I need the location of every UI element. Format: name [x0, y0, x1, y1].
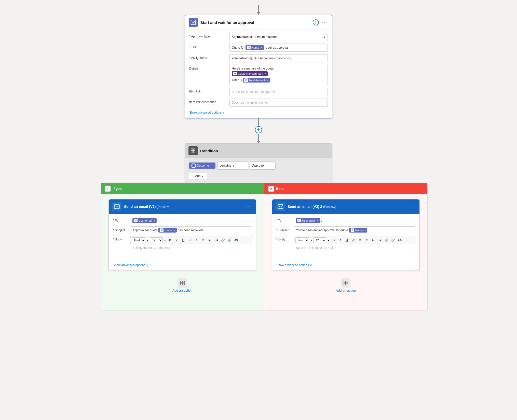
email-no-header: Send an email (V2) 2 (Preview) ···: [272, 199, 419, 214]
email-yes-body: * To ⊞ User email × ;: [109, 214, 256, 270]
middle-connector: +: [255, 118, 262, 143]
add-step-button[interactable]: +: [255, 126, 262, 133]
indent-left-button-no[interactable]: ⇤: [371, 237, 376, 243]
email-yes-subject-label: * Subject: [113, 228, 128, 232]
assigned-row: * Assigned to administrator@BASDemo.onmi…: [189, 54, 328, 62]
email-no-toolbar: Font ▼ 12 ▼ B I U: [294, 236, 415, 244]
email-yes-body-placeholder: Specify the body of the mail: [132, 246, 170, 250]
email-no-size-select[interactable]: 12: [314, 237, 326, 243]
approval-show-advanced[interactable]: Show advanced options ∨: [189, 111, 225, 114]
branch-yes-header: ✓ If yes: [101, 183, 264, 194]
email-yes-to-input[interactable]: ⊞ User email × ;: [130, 217, 252, 224]
svg-rect-11: [278, 205, 283, 209]
condition-card: Condition ··· Outcome × contains ∨ Appro…: [185, 143, 332, 183]
svg-rect-3: [191, 151, 193, 153]
approval-title: Start and wait for an approval: [200, 20, 310, 25]
condition-icon: [188, 146, 198, 155]
italic-button-yes[interactable]: I: [174, 237, 180, 243]
indent-left-button-yes[interactable]: ⇤: [207, 237, 213, 243]
add-action-yes-button[interactable]: Add an action: [172, 278, 193, 292]
underline-button-yes[interactable]: U: [181, 237, 186, 243]
indent-right-button-no[interactable]: ⇥: [377, 237, 383, 243]
svg-rect-6: [114, 205, 119, 209]
email-yes-show-advanced[interactable]: Show advanced options ∨: [113, 263, 148, 267]
unlink-button-yes[interactable]: 🔗: [227, 237, 233, 243]
email-yes-body-editor: Font ▼ 12 ▼ B I U: [130, 236, 252, 259]
condition-expression-row: Outcome × contains ∨ Approve: [189, 161, 328, 170]
email-no-to-input[interactable]: ⊞ User email × ;: [294, 217, 415, 224]
email-no-body-input[interactable]: Specify the body of the mail: [294, 244, 415, 259]
highlight-button-no[interactable]: 🖊: [351, 237, 356, 243]
code-button-no[interactable]: </>: [397, 237, 403, 243]
condition-add-button[interactable]: + Add ∨: [189, 173, 207, 179]
highlight-button-yes[interactable]: 🖊: [187, 237, 193, 243]
outcome-chip-close[interactable]: ×: [211, 164, 213, 167]
email-no-subject-input[interactable]: You've been denied approval for quote ⊞ …: [294, 226, 415, 234]
email-no-to-chip-close[interactable]: ×: [317, 219, 319, 222]
svg-rect-15: [346, 283, 348, 285]
email-yes-toolbar: Font ▼ 12 ▼ B I U: [130, 236, 252, 244]
assigned-input[interactable]: administrator@BASDemo.onmicrosoft.com;: [229, 54, 328, 62]
ul-button-no[interactable]: ≡: [357, 237, 363, 243]
ol-button-yes[interactable]: ≡: [200, 237, 206, 243]
unlink-button-no[interactable]: 🔗: [390, 237, 396, 243]
email-no-to-label: * To: [276, 219, 292, 222]
italic-button-no[interactable]: I: [337, 237, 343, 243]
add-action-no-button[interactable]: Add an action: [336, 278, 356, 292]
add-icon: +: [192, 174, 194, 178]
email-yes-subject-input[interactable]: Approval for quote ⊞ Name × has been rec…: [130, 226, 252, 234]
email-yes-to-chip-label: User email: [139, 219, 152, 222]
branch-yes-content: Send an email (V2) (Preview) ··· * To ⊞: [101, 194, 264, 297]
link-button-yes[interactable]: 🔗: [220, 237, 226, 243]
item-link-input[interactable]: Add a link to the item to approve: [229, 88, 328, 96]
item-link-desc-label: Item link description: [189, 99, 227, 104]
email-no-more-button[interactable]: ···: [409, 204, 416, 209]
bold-button-no[interactable]: B: [331, 237, 336, 243]
condition-value-input[interactable]: Approve: [250, 161, 276, 170]
bold-button-yes[interactable]: B: [167, 237, 173, 243]
code-button-yes[interactable]: </>: [234, 237, 239, 243]
indent-right-button-yes[interactable]: ⇥: [214, 237, 219, 243]
item-link-desc-input[interactable]: Describe the link to the item: [229, 99, 328, 107]
title-chip-close[interactable]: ×: [261, 46, 262, 49]
approval-type-select[interactable]: Approve/Reject - First to respond ∨: [229, 33, 328, 41]
email-yes-to-chip: ⊞ User email ×: [132, 218, 157, 223]
approval-more-button[interactable]: ···: [321, 20, 328, 25]
email-no-name-chip-close[interactable]: ×: [364, 229, 366, 232]
email-yes-name-chip-close[interactable]: ×: [173, 229, 175, 232]
branch-yes-label: If yes: [113, 187, 122, 191]
email-yes-size-select[interactable]: 12: [150, 237, 163, 243]
details-chip1-close[interactable]: ×: [264, 72, 266, 75]
ol-button-no[interactable]: ≡: [364, 237, 370, 243]
details-input[interactable]: Here's a summary of the quote: fx Quote …: [229, 65, 328, 85]
email-yes-more-button[interactable]: ···: [245, 204, 252, 209]
email-no-show-advanced[interactable]: Show advanced options ∨: [276, 263, 312, 267]
condition-more-button[interactable]: ···: [321, 148, 329, 154]
condition-operator-select[interactable]: contains ∨: [217, 161, 248, 170]
details-chip2-icon: ⊞: [244, 78, 248, 82]
email-yes-body-label: * Body: [113, 236, 128, 241]
details-chip2-close[interactable]: ×: [266, 79, 268, 82]
ul-button-yes[interactable]: ≡: [194, 237, 199, 243]
title-label: * Title: [189, 44, 227, 49]
approval-info-button[interactable]: i: [313, 19, 319, 25]
svg-rect-8: [183, 281, 184, 283]
link-button-no[interactable]: 🔗: [384, 237, 389, 243]
title-suffix: requires approval: [265, 46, 289, 49]
email-yes-font-select[interactable]: Font: [132, 237, 145, 243]
condition-value-text: Approve: [252, 164, 264, 167]
email-yes-body-input[interactable]: Specify the body of the mail: [130, 244, 252, 259]
email-yes-to-chip-close[interactable]: ×: [154, 219, 155, 222]
email-yes-name-chip: ⊞ Name ×: [158, 228, 177, 233]
email-no-subject-prefix: You've been denied approval for quote: [296, 228, 348, 232]
email-yes-subject-suffix: has been recieved!: [178, 228, 203, 232]
connector-arrow: [257, 12, 260, 15]
approval-show-advanced-label: Show advanced options: [189, 111, 222, 114]
title-input[interactable]: Quote for ⊞ Name × requires approval: [229, 44, 328, 52]
svg-rect-1: [191, 149, 193, 151]
email-yes-header: Send an email (V2) (Preview) ···: [109, 199, 256, 214]
underline-button-no[interactable]: U: [344, 237, 350, 243]
email-no-font-select[interactable]: Font: [295, 237, 309, 243]
condition-header: Condition ···: [185, 144, 332, 158]
branch-yes-icon: ✓: [105, 186, 111, 192]
